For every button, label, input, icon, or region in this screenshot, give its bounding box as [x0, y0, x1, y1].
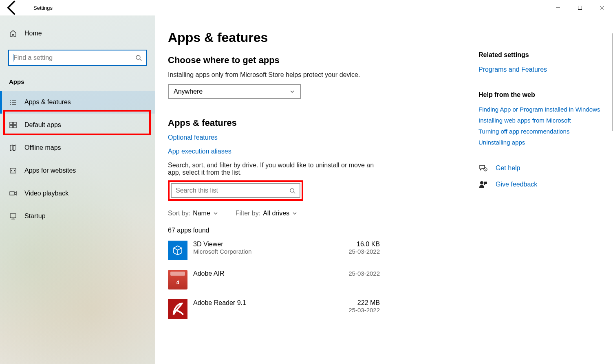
apps-websites-icon: [9, 167, 17, 175]
highlight-box-search: [168, 180, 303, 201]
app-date: 25-03-2022: [348, 248, 380, 255]
feedback-icon: [478, 180, 487, 189]
svg-point-4: [136, 55, 140, 59]
app-aliases-link[interactable]: App execution aliases: [168, 148, 478, 155]
chevron-down-icon: [213, 211, 218, 216]
search-icon: [135, 55, 142, 61]
sidebar-search-input[interactable]: [13, 54, 135, 61]
nav-label: Default apps: [24, 121, 61, 129]
programs-features-link[interactable]: Programs and Features: [478, 66, 603, 73]
minimize-icon: [556, 5, 560, 10]
chevron-down-icon: [292, 211, 298, 216]
nav-video-playback[interactable]: Video playback: [0, 182, 155, 205]
nav-startup[interactable]: Startup: [0, 205, 155, 228]
maximize-button[interactable]: [569, 0, 591, 15]
nav-label: Offline maps: [24, 144, 61, 151]
back-button[interactable]: [2, 0, 20, 15]
filter-label: Filter by:: [236, 210, 260, 217]
titlebar: Settings: [0, 0, 613, 15]
window-title: Settings: [33, 5, 53, 11]
apps-features-icon: [9, 98, 17, 106]
app-publisher: Microsoft Corporation: [193, 248, 348, 255]
minimize-button[interactable]: [547, 0, 569, 15]
svg-rect-16: [10, 168, 16, 173]
help-link[interactable]: Turning off app recommendations: [478, 128, 603, 135]
help-link[interactable]: Uninstalling apps: [478, 139, 603, 146]
app-count: 67 apps found: [168, 227, 478, 234]
search-description: Search, sort, and filter by drive. If yo…: [168, 162, 388, 176]
app-date: 25-03-2022: [348, 307, 380, 314]
help-link[interactable]: Finding App or Program installed in Wind…: [478, 106, 603, 113]
app-item[interactable]: Adobe Reader 9.1 222 MB 25-03-2022: [168, 299, 380, 319]
nav-label: Apps & features: [24, 99, 71, 106]
maximize-icon: [578, 5, 582, 10]
app-icon-adobe-reader: [168, 299, 187, 319]
aside: Related settings Programs and Features H…: [478, 15, 613, 364]
nav-apps-features[interactable]: Apps & features: [0, 91, 155, 114]
nav-label: Apps for websites: [24, 167, 76, 174]
get-help-link[interactable]: Get help: [496, 164, 520, 172]
section-description: Installing apps only from Microsoft Stor…: [168, 71, 388, 79]
arrow-left-icon: [2, 0, 20, 17]
app-name: Adobe Reader 9.1: [193, 299, 348, 307]
nav-apps-websites[interactable]: Apps for websites: [0, 159, 155, 182]
section-heading: Apps & features: [168, 118, 478, 128]
related-settings-heading: Related settings: [478, 51, 603, 59]
app-name: 3D Viewer: [193, 241, 348, 248]
filter-by-control[interactable]: Filter by: All drives: [236, 210, 298, 217]
nav-label: Startup: [24, 213, 46, 220]
chevron-down-icon: [289, 89, 295, 94]
help-chat-icon: ?: [478, 164, 487, 173]
nav-offline-maps[interactable]: Offline maps: [0, 136, 155, 159]
help-web-heading: Help from the web: [478, 91, 603, 99]
app-size: 16.0 KB: [348, 241, 380, 248]
sort-by-control[interactable]: Sort by: Name: [168, 210, 218, 217]
help-link[interactable]: Installing web apps from Microsoft: [478, 117, 603, 124]
section-heading: Choose where to get apps: [168, 55, 478, 66]
home-label: Home: [24, 30, 42, 37]
nav-default-apps[interactable]: Default apps: [0, 114, 155, 136]
main-content: Apps & features Choose where to get apps…: [155, 15, 478, 364]
give-feedback-row[interactable]: Give feedback: [478, 180, 603, 189]
nav-label: Video playback: [24, 190, 68, 197]
home-nav[interactable]: Home: [0, 22, 155, 45]
sort-label: Sort by:: [168, 210, 190, 217]
svg-rect-12: [10, 122, 13, 125]
app-icon-adobe-air: 4: [168, 270, 187, 289]
sidebar-section-label: Apps: [0, 68, 155, 91]
sort-value: Name: [193, 210, 210, 217]
offline-maps-icon: [9, 144, 17, 152]
svg-rect-17: [10, 192, 14, 195]
app-item[interactable]: 4 Adobe AIR 25-03-2022: [168, 270, 380, 289]
svg-rect-13: [13, 122, 16, 125]
svg-rect-1: [578, 6, 582, 10]
app-date: 25-03-2022: [348, 270, 380, 277]
page-title: Apps & features: [168, 30, 478, 45]
optional-features-link[interactable]: Optional features: [168, 134, 478, 141]
search-icon: [289, 188, 295, 194]
default-apps-icon: [9, 121, 17, 129]
dropdown-value: Anywhere: [174, 88, 203, 95]
svg-rect-18: [10, 214, 16, 218]
svg-rect-15: [13, 125, 16, 128]
app-search[interactable]: [171, 183, 300, 198]
app-name: Adobe AIR: [193, 270, 348, 277]
app-size: 222 MB: [348, 299, 380, 307]
get-help-row[interactable]: ? Get help: [478, 164, 603, 173]
svg-point-21: [290, 188, 294, 192]
give-feedback-link[interactable]: Give feedback: [496, 181, 537, 188]
app-item[interactable]: 3D Viewer Microsoft Corporation 16.0 KB …: [168, 241, 380, 260]
app-icon-3dviewer: [168, 241, 187, 260]
video-playback-icon: [9, 189, 17, 197]
home-icon: [9, 29, 17, 37]
svg-point-25: [480, 181, 483, 184]
filter-value: All drives: [263, 210, 289, 217]
svg-line-22: [293, 192, 295, 193]
app-search-input[interactable]: [176, 187, 289, 194]
svg-rect-14: [10, 125, 13, 128]
app-source-dropdown[interactable]: Anywhere: [168, 84, 301, 99]
close-button[interactable]: [591, 0, 613, 15]
sidebar: Home Apps Apps & features Default apps O…: [0, 15, 155, 364]
sidebar-search[interactable]: [8, 50, 147, 66]
svg-line-5: [140, 59, 141, 61]
